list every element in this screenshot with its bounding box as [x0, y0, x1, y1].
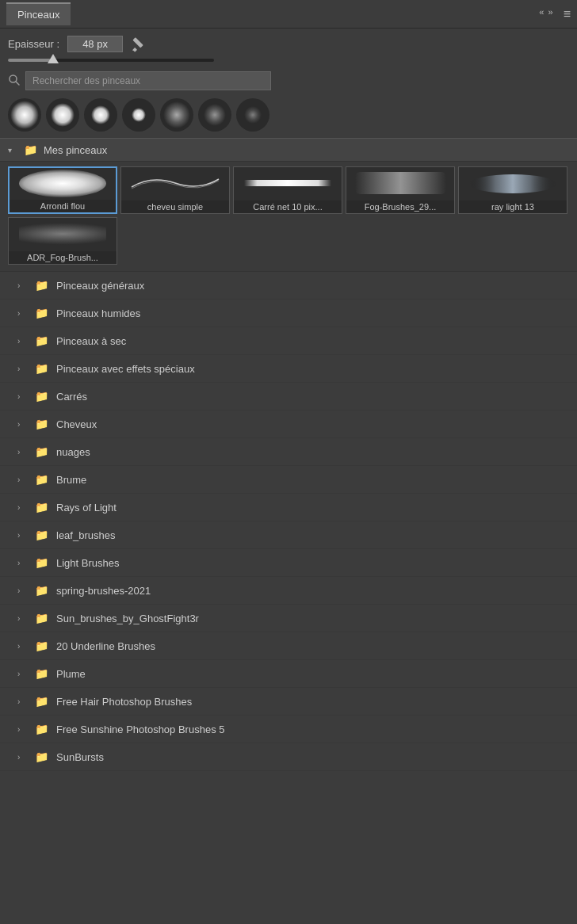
folder-item-1[interactable]: › 📁 Pinceaux humides	[0, 300, 577, 327]
folder-item-11[interactable]: › 📁 spring-brushes-2021	[0, 577, 577, 605]
folder-chevron-5: ›	[17, 420, 27, 429]
brush-preset-7[interactable]	[236, 98, 269, 132]
brush-thumb-arrondi-flou[interactable]: Arrondi flou	[8, 166, 117, 214]
folder-label-15: Free Hair Photoshop Brushes	[56, 696, 192, 708]
folder-chevron-8: ›	[17, 503, 27, 512]
folder-icon: 📁	[24, 143, 37, 156]
folder-item-6[interactable]: › 📁 nuages	[0, 438, 577, 466]
folder-item-12[interactable]: › 📁 Sun_brushes_by_GhostFight3r	[0, 605, 577, 632]
folder-label-10: Light Brushes	[56, 557, 120, 569]
folder-item-14[interactable]: › 📁 Plume	[0, 660, 577, 688]
folder-icon-0: 📁	[35, 279, 48, 292]
brushes-panel: Pinceaux « » ≡ Epaisseur :	[0, 0, 577, 924]
thickness-slider-track[interactable]	[8, 59, 214, 62]
folder-chevron-0: ›	[17, 281, 27, 290]
brush-preset-1[interactable]	[8, 98, 41, 132]
folder-icon-2: 📁	[35, 334, 48, 347]
folder-chevron-11: ›	[17, 586, 27, 595]
brush-preset-3[interactable]	[84, 98, 117, 132]
brush-presets-row	[0, 95, 577, 138]
folder-icon-5: 📁	[35, 418, 48, 430]
brush-thumb-fog-brushes[interactable]: Fog-Brushes_29...	[346, 166, 455, 214]
slider-row	[0, 55, 577, 68]
folder-chevron-9: ›	[17, 531, 27, 540]
folder-item-15[interactable]: › 📁 Free Hair Photoshop Brushes	[0, 688, 577, 716]
folder-label-14: Plume	[56, 668, 86, 680]
folder-icon-11: 📁	[35, 584, 48, 597]
folder-icon-12: 📁	[35, 612, 48, 624]
folder-item-5[interactable]: › 📁 Cheveux	[0, 410, 577, 438]
folder-icon-1: 📁	[35, 307, 48, 319]
mes-pinceaux-section-header[interactable]: ▾ 📁 Mes pinceaux	[0, 138, 577, 162]
folder-label-13: 20 Underline Brushes	[56, 640, 155, 652]
brush-preset-6[interactable]	[198, 98, 231, 132]
folder-chevron-3: ›	[17, 365, 27, 373]
folder-chevron-15: ›	[17, 697, 27, 706]
panel-header-icons: « » ≡	[539, 7, 571, 21]
mes-pinceaux-container: Arrondi flou cheveu simple Carré net 10 …	[0, 162, 577, 272]
brush-preview-cheveu	[121, 167, 229, 199]
folder-label-8: Rays of Light	[56, 502, 117, 514]
folder-label-5: Cheveux	[56, 418, 97, 430]
brush-preview-fog	[346, 167, 454, 199]
folder-icon-4: 📁	[35, 390, 48, 403]
brush-label-fog: Fog-Brushes_29...	[346, 200, 454, 213]
brush-preset-2[interactable]	[46, 98, 79, 132]
folder-chevron-4: ›	[17, 392, 27, 401]
folder-icon-8: 📁	[35, 501, 48, 514]
mes-pinceaux-title: Mes pinceaux	[44, 144, 107, 156]
brush-label-ray-light: ray light 13	[459, 200, 567, 213]
brush-thumbnails: Arrondi flou cheveu simple Carré net 10 …	[8, 166, 569, 265]
panel-tab[interactable]: Pinceaux	[6, 2, 71, 25]
brush-label-cheveu: cheveu simple	[121, 200, 229, 213]
brush-thumb-ray-light[interactable]: ray light 13	[458, 166, 567, 214]
brush-thumb-carre-net[interactable]: Carré net 10 pix...	[233, 166, 342, 214]
folder-item-0[interactable]: › 📁 Pinceaux généraux	[0, 272, 577, 300]
svg-rect-1	[132, 37, 143, 48]
folder-item-17[interactable]: › 📁 SunBursts	[0, 743, 577, 771]
folder-icon-13: 📁	[35, 640, 48, 652]
folder-item-9[interactable]: › 📁 leaf_brushes	[0, 521, 577, 549]
svg-rect-0	[132, 48, 137, 52]
panel-header: Pinceaux « » ≡	[0, 0, 577, 29]
folder-label-16: Free Sunshine Photoshop Brushes 5	[56, 724, 224, 735]
folder-icon-7: 📁	[35, 473, 48, 486]
folder-chevron-17: ›	[17, 753, 27, 762]
folder-item-8[interactable]: › 📁 Rays of Light	[0, 494, 577, 521]
folder-chevron-12: ›	[17, 614, 27, 623]
brush-thumb-adr-fog[interactable]: ADR_Fog-Brush...	[8, 217, 117, 265]
thickness-label: Epaisseur :	[8, 38, 59, 50]
brush-preview-carre	[234, 167, 342, 199]
brush-preview-arrondi	[10, 168, 116, 198]
folder-icon-6: 📁	[35, 445, 48, 458]
brush-preset-4[interactable]	[122, 98, 155, 132]
slider-filled	[8, 59, 53, 62]
brush-label-arrondi-flou: Arrondi flou	[10, 200, 116, 212]
folder-item-4[interactable]: › 📁 Carrés	[0, 383, 577, 410]
edit-brush-icon[interactable]	[131, 35, 148, 52]
folder-icon-10: 📁	[35, 556, 48, 569]
collapse-icon[interactable]: « »	[539, 7, 553, 21]
brush-preview-adr	[9, 218, 117, 250]
folder-item-10[interactable]: › 📁 Light Brushes	[0, 549, 577, 577]
folder-item-13[interactable]: › 📁 20 Underline Brushes	[0, 632, 577, 660]
folder-item-7[interactable]: › 📁 Brume	[0, 466, 577, 494]
brush-thumb-cheveu-simple[interactable]: cheveu simple	[120, 166, 230, 214]
thickness-input[interactable]	[67, 36, 123, 52]
folder-label-12: Sun_brushes_by_GhostFight3r	[56, 613, 199, 624]
folder-item-2[interactable]: › 📁 Pinceaux à sec	[0, 327, 577, 355]
svg-point-5	[469, 174, 556, 193]
folder-icon-15: 📁	[35, 695, 48, 708]
thickness-row: Epaisseur :	[0, 29, 577, 55]
folder-chevron-16: ›	[17, 725, 27, 734]
folder-icon-17: 📁	[35, 750, 48, 763]
brush-preset-5[interactable]	[160, 98, 193, 132]
expand-chevron-icon: ▾	[8, 146, 17, 155]
folder-item-16[interactable]: › 📁 Free Sunshine Photoshop Brushes 5	[0, 716, 577, 743]
folder-label-9: leaf_brushes	[56, 529, 115, 541]
menu-icon[interactable]: ≡	[564, 7, 571, 21]
search-input[interactable]	[25, 71, 271, 90]
folder-icon-16: 📁	[35, 723, 48, 735]
folder-item-3[interactable]: › 📁 Pinceaux avec effets spéciaux	[0, 355, 577, 383]
svg-line-4	[16, 82, 19, 85]
